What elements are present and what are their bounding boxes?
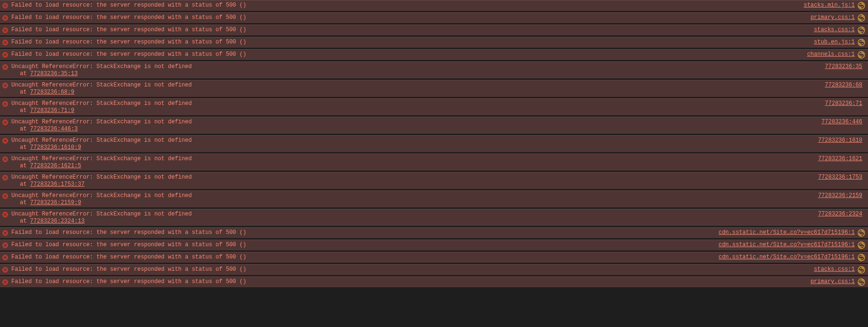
- console-error-row: Failed to load resource: the server resp…: [0, 0, 868, 11]
- network-icon: [858, 2, 865, 9]
- source-link[interactable]: 77283236:1753: [818, 174, 862, 181]
- stack-trace: at 77283236:71:9: [2, 107, 865, 114]
- error-message: Uncaught ReferenceError: StackExchange i…: [11, 211, 818, 217]
- network-icon: [858, 254, 865, 261]
- error-message: Failed to load resource: the server resp…: [11, 241, 719, 248]
- source-link[interactable]: stacks.css:1: [814, 266, 855, 273]
- console-error-row: Failed to load resource: the server resp…: [0, 276, 868, 288]
- stack-trace: at 77283236:1610:9: [2, 144, 865, 151]
- error-icon: [2, 2, 9, 9]
- console-error-row: Uncaught ReferenceError: StackExchange i…: [0, 135, 868, 153]
- source-link[interactable]: 77283236:1610: [818, 137, 862, 144]
- source-link[interactable]: cdn.sstatic.net/Site…co?v=ec617d715196:1: [719, 229, 855, 236]
- network-icon: [858, 266, 865, 274]
- source-link[interactable]: 77283236:2159: [818, 192, 862, 199]
- console-error-row: Uncaught ReferenceError: StackExchange i…: [0, 209, 868, 226]
- stack-link[interactable]: 77283236:35:13: [30, 70, 78, 77]
- stack-at-text: at: [20, 89, 30, 95]
- stack-link[interactable]: 77283236:71:9: [30, 107, 75, 114]
- error-icon: [2, 27, 9, 34]
- error-message: Uncaught ReferenceError: StackExchange i…: [11, 82, 825, 88]
- error-icon: [2, 156, 9, 163]
- network-icon: [858, 14, 865, 22]
- network-icon: [858, 229, 865, 237]
- source-link[interactable]: 77283236:35: [825, 63, 862, 70]
- error-icon: [2, 230, 9, 236]
- console-error-row: Uncaught ReferenceError: StackExchange i…: [0, 98, 868, 116]
- error-icon: [2, 267, 9, 273]
- stack-link[interactable]: 77283236:2159:9: [30, 199, 81, 206]
- network-icon: [858, 51, 865, 59]
- error-icon: [2, 119, 9, 126]
- error-icon: [2, 82, 9, 89]
- console-error-row: Failed to load resource: the server resp…: [0, 49, 868, 60]
- error-message: Failed to load resource: the server resp…: [11, 14, 810, 21]
- console-error-row: Failed to load resource: the server resp…: [0, 252, 868, 263]
- console-error-row: Failed to load resource: the server resp…: [0, 227, 868, 239]
- source-link[interactable]: primary.css:1: [810, 14, 855, 21]
- stack-trace: at 77283236:68:9: [2, 89, 865, 95]
- network-icon: [858, 278, 865, 286]
- error-message: Uncaught ReferenceError: StackExchange i…: [11, 119, 822, 125]
- source-link[interactable]: cdn.sstatic.net/Site…co?v=ec617d715196:1: [719, 241, 855, 248]
- source-link[interactable]: 77283236:68: [825, 82, 862, 88]
- console-error-row: Failed to load resource: the server resp…: [0, 240, 868, 251]
- source-link[interactable]: stacks.css:1: [814, 26, 855, 33]
- source-link[interactable]: 77283236:71: [825, 100, 862, 107]
- error-message: Failed to load resource: the server resp…: [11, 254, 719, 260]
- network-icon: [858, 241, 865, 249]
- error-message: Failed to load resource: the server resp…: [11, 266, 814, 273]
- error-icon: [2, 242, 9, 249]
- stack-link[interactable]: 77283236:68:9: [30, 89, 75, 95]
- error-icon: [2, 39, 9, 46]
- console-error-row: Failed to load resource: the server resp…: [0, 37, 868, 48]
- error-message: Uncaught ReferenceError: StackExchange i…: [11, 137, 818, 144]
- stack-link[interactable]: 77283236:1753:37: [30, 181, 85, 188]
- console-error-row: Uncaught ReferenceError: StackExchange i…: [0, 80, 868, 97]
- stack-trace: at 77283236:1621:5: [2, 163, 865, 169]
- error-message: Uncaught ReferenceError: StackExchange i…: [11, 155, 818, 162]
- error-icon: [2, 279, 9, 285]
- source-link[interactable]: stacks.min.js:1: [804, 2, 855, 9]
- stack-at-text: at: [20, 163, 30, 169]
- source-link[interactable]: 77283236:446: [822, 119, 862, 125]
- error-message: Uncaught ReferenceError: StackExchange i…: [11, 174, 818, 181]
- error-message: Failed to load resource: the server resp…: [11, 51, 807, 58]
- console-error-row: Uncaught ReferenceError: StackExchange i…: [0, 172, 868, 189]
- source-link[interactable]: cdn.sstatic.net/Site…co?v=ec617d715196:1: [719, 254, 855, 260]
- stack-at-text: at: [20, 199, 30, 206]
- stack-at-text: at: [20, 126, 30, 132]
- error-icon: [2, 211, 9, 218]
- stack-link[interactable]: 77283236:1610:9: [30, 144, 81, 151]
- error-message: Failed to load resource: the server resp…: [11, 278, 810, 285]
- console-error-row: Uncaught ReferenceError: StackExchange i…: [0, 61, 868, 79]
- source-link[interactable]: channels.css:1: [807, 51, 855, 58]
- error-message: Failed to load resource: the server resp…: [11, 26, 814, 33]
- console-error-row: Uncaught ReferenceError: StackExchange i…: [0, 190, 868, 208]
- stack-at-text: at: [20, 70, 30, 77]
- error-icon: [2, 138, 9, 144]
- stack-link[interactable]: 77283236:1621:5: [30, 163, 81, 169]
- network-icon: [858, 39, 865, 46]
- stack-link[interactable]: 77283236:446:3: [30, 126, 78, 132]
- error-icon: [2, 64, 9, 70]
- error-icon: [2, 101, 9, 107]
- stack-at-text: at: [20, 181, 30, 188]
- source-link[interactable]: 77283236:1621: [818, 155, 862, 162]
- source-link[interactable]: primary.css:1: [810, 278, 855, 285]
- console-error-row: Failed to load resource: the server resp…: [0, 12, 868, 24]
- console-error-row: Uncaught ReferenceError: StackExchange i…: [0, 154, 868, 171]
- stack-at-text: at: [20, 107, 30, 114]
- stack-trace: at 77283236:2159:9: [2, 199, 865, 206]
- console-log: Failed to load resource: the server resp…: [0, 0, 868, 289]
- source-link[interactable]: 77283236:2324: [818, 211, 862, 217]
- error-message: Failed to load resource: the server resp…: [11, 2, 804, 9]
- source-link[interactable]: stub.en.js:1: [814, 39, 855, 45]
- console-error-row: Failed to load resource: the server resp…: [0, 264, 868, 275]
- console-error-row: Failed to load resource: the server resp…: [0, 25, 868, 36]
- stack-link[interactable]: 77283236:2324:13: [30, 218, 85, 224]
- error-icon: [2, 174, 9, 181]
- network-icon: [858, 26, 865, 34]
- console-error-row: Uncaught ReferenceError: StackExchange i…: [0, 117, 868, 134]
- stack-trace: at 77283236:2324:13: [2, 218, 865, 224]
